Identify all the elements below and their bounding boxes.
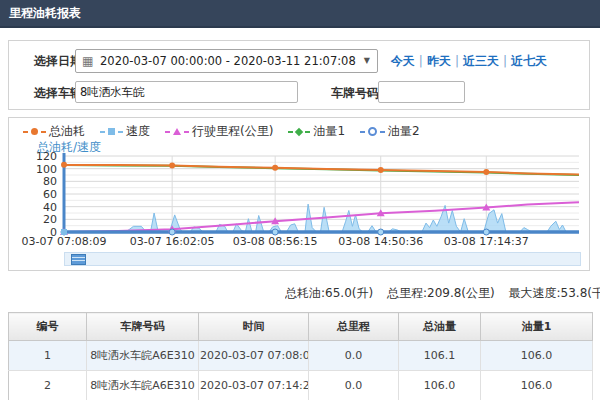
- square-marker-icon: [108, 128, 115, 135]
- legend-dash: [41, 131, 46, 133]
- total-fuel-summary: 总耗油:65.0(升): [285, 286, 373, 300]
- date-range-value: 2020-03-07 00:00:00 - 2020-03-11 21:07:0…: [100, 54, 356, 68]
- triangle-marker-icon: [173, 128, 181, 135]
- circle-marker-icon: [31, 128, 38, 135]
- svg-text:03-07 07:08:09: 03-07 07:08:09: [22, 235, 107, 248]
- legend-item-1[interactable]: 速度: [100, 123, 150, 140]
- fuel-speed-chart: 02040608010012003-07 07:08:0903-07 16:02…: [9, 142, 589, 252]
- svg-text:03-08 08:56:15: 03-08 08:56:15: [233, 235, 318, 248]
- legend-dash: [288, 131, 293, 133]
- quick-link-1[interactable]: 昨天: [427, 54, 451, 68]
- column-header-2: 时间: [199, 313, 309, 341]
- legend-dash: [184, 131, 189, 133]
- total-mileage-summary: 总里程:209.8(公里): [387, 286, 495, 300]
- vehicle-input[interactable]: [75, 81, 298, 103]
- quick-link-2[interactable]: 近三天: [463, 54, 499, 68]
- table-cell: 106.0: [399, 371, 481, 400]
- column-header-5: 油量1: [481, 313, 593, 341]
- legend-dash: [23, 131, 28, 133]
- table-cell: 2020-03-07 07:14:25: [199, 371, 309, 400]
- chart-legend: 总油耗速度行驶里程(公里)油量1油量2: [23, 123, 420, 140]
- table-cell: 106.0: [481, 371, 593, 400]
- svg-text:100: 100: [36, 163, 57, 176]
- legend-item-0[interactable]: 总油耗: [23, 123, 85, 140]
- column-header-4: 总油量: [399, 313, 481, 341]
- quick-date-links: 今天|昨天|近三天|近七天: [391, 53, 547, 70]
- filter-panel: 选择日期 ▦ 2020-03-07 00:00:00 - 2020-03-11 …: [8, 40, 590, 110]
- legend-label: 总油耗: [49, 123, 85, 140]
- diamond-marker-icon: [295, 127, 303, 135]
- svg-text:20: 20: [43, 213, 57, 226]
- legend-label: 速度: [126, 123, 150, 140]
- table-cell: 0.0: [309, 341, 399, 371]
- legend-dash: [380, 131, 385, 133]
- table-cell: 2020-03-07 07:08:09: [199, 341, 309, 371]
- legend-label: 行驶里程(公里): [192, 123, 273, 140]
- column-header-1: 车牌号码: [87, 313, 199, 341]
- table-cell: 2: [9, 371, 87, 400]
- svg-text:120: 120: [36, 150, 57, 163]
- page-title: 里程油耗报表: [0, 0, 600, 26]
- title-bar: 里程油耗报表: [0, 0, 600, 28]
- chevron-down-icon: ▼: [364, 56, 370, 65]
- table-cell: 106.0: [481, 341, 593, 371]
- table-cell: 0.0: [309, 371, 399, 400]
- svg-text:03-07 16:02:05: 03-07 16:02:05: [130, 235, 215, 248]
- chart-scrollbar-track[interactable]: [64, 252, 581, 266]
- table-cell: 8吨洒水车皖A6E310: [87, 341, 199, 371]
- svg-text:60: 60: [43, 188, 57, 201]
- link-separator: |: [419, 54, 423, 68]
- table-cell: 8吨洒水车皖A6E310: [87, 371, 199, 400]
- column-header-0: 编号: [9, 313, 87, 341]
- report-summary: 总耗油:65.0(升) 总里程:209.8(公里) 最大速度:53.8(千米/小: [285, 285, 600, 302]
- table-row: 28吨洒水车皖A6E3102020-03-07 07:14:250.0106.0…: [9, 371, 593, 400]
- legend-item-4[interactable]: 油量2: [360, 123, 420, 140]
- report-table: 编号车牌号码时间总里程总油量油量1 18吨洒水车皖A6E3102020-03-0…: [8, 312, 593, 400]
- legend-label: 油量1: [313, 123, 345, 140]
- plate-label: 车牌号码: [331, 85, 379, 102]
- date-range-select[interactable]: ▦ 2020-03-07 00:00:00 - 2020-03-11 21:07…: [75, 49, 378, 73]
- column-header-3: 总里程: [309, 313, 399, 341]
- plate-input[interactable]: [378, 81, 465, 103]
- table-cell: 1: [9, 341, 87, 371]
- quick-link-0[interactable]: 今天: [391, 54, 415, 68]
- circle-open-marker-icon: [368, 127, 377, 136]
- table-row: 18吨洒水车皖A6E3102020-03-07 07:08:090.0106.1…: [9, 341, 593, 371]
- table-cell: 106.1: [399, 341, 481, 371]
- report-page: 里程油耗报表 选择日期 ▦ 2020-03-07 00:00:00 - 2020…: [0, 0, 600, 400]
- calendar-icon: ▦: [82, 53, 93, 69]
- legend-item-2[interactable]: 行驶里程(公里): [165, 123, 273, 140]
- legend-dash: [100, 131, 105, 133]
- chart-panel: 总油耗速度行驶里程(公里)油量1油量2 总油耗/速度 0204060801001…: [8, 117, 590, 271]
- legend-dash: [118, 131, 123, 133]
- chart-scrollbar-handle[interactable]: [71, 254, 86, 265]
- legend-dash: [165, 131, 170, 133]
- link-separator: |: [455, 54, 459, 68]
- table-header-row: 编号车牌号码时间总里程总油量油量1: [9, 313, 593, 341]
- svg-text:03-08 17:14:37: 03-08 17:14:37: [444, 235, 529, 248]
- legend-dash: [360, 131, 365, 133]
- legend-dash: [305, 131, 310, 133]
- legend-label: 油量2: [388, 123, 420, 140]
- svg-text:40: 40: [43, 201, 57, 214]
- svg-text:80: 80: [43, 175, 57, 188]
- max-speed-summary: 最大速度:53.8(千米/小: [509, 286, 600, 300]
- link-separator: |: [503, 54, 507, 68]
- quick-link-3[interactable]: 近七天: [511, 54, 547, 68]
- svg-text:03-08 14:50:36: 03-08 14:50:36: [338, 235, 423, 248]
- legend-item-3[interactable]: 油量1: [288, 123, 345, 140]
